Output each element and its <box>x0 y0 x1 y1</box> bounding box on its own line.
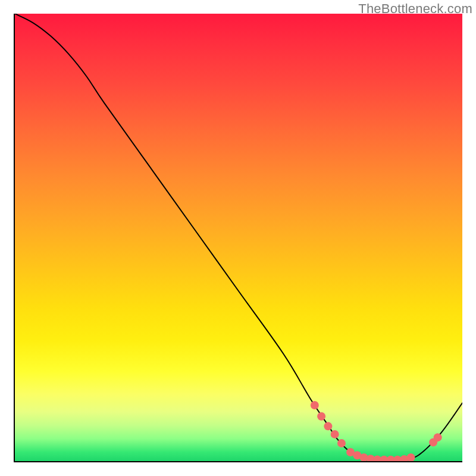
chart-container: TheBottleneck.com <box>0 0 476 476</box>
curve-line <box>15 14 462 461</box>
marker-dot <box>337 439 346 447</box>
marker-dot <box>311 401 319 409</box>
marker-dot <box>434 433 442 441</box>
marker-dot <box>407 453 415 461</box>
plot-area <box>14 14 462 462</box>
marker-dot <box>324 422 332 430</box>
chart-svg <box>15 14 462 461</box>
marker-dot <box>331 430 339 439</box>
watermark-text: TheBottleneck.com <box>358 1 472 17</box>
marker-dot <box>317 412 325 421</box>
